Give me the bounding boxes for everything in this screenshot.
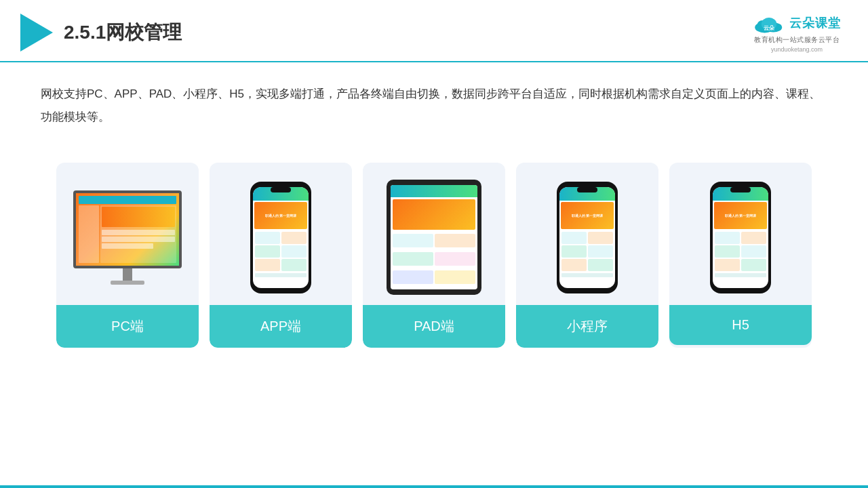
app-phone-mockup: 职通人的 第一堂网课 — [250, 182, 311, 293]
mini-banner-text: 职通人的 第一堂网课 — [572, 214, 603, 218]
h5-image-area: 职通人的 第一堂网课 — [669, 163, 812, 305]
monitor-stand — [123, 268, 132, 281]
pad-image-area — [363, 163, 505, 305]
description-text: 网校支持PC、APP、PAD、小程序、H5，实现多端打通，产品各终端自由切换，数… — [0, 62, 868, 136]
pc-card: PC端 — [56, 163, 199, 348]
header-left: 2.5.1网校管理 — [20, 14, 182, 52]
brand-url: yunduoketang.com — [771, 46, 823, 53]
page-title: 2.5.1网校管理 — [64, 20, 182, 45]
page-header: 2.5.1网校管理 云朵 云朵课堂 教育机构一站式服务云平台 yunduoket… — [0, 0, 868, 62]
pc-image-area — [56, 163, 199, 305]
h5-label: H5 — [669, 305, 812, 345]
app-phone-screen: 职通人的 第一堂网课 — [253, 187, 309, 288]
cards-container: PC端 职通人的 第一堂网课 — [0, 142, 868, 361]
app-phone-notch — [271, 187, 291, 192]
pc-label: PC端 — [56, 305, 199, 348]
mini-phone-notch — [577, 187, 597, 192]
pad-tablet-mockup — [387, 180, 481, 295]
tablet-body — [387, 180, 481, 295]
pc-monitor — [73, 190, 182, 285]
h5-phone-body: 职通人的 第一堂网课 — [710, 182, 771, 293]
mini-phone-body: 职通人的 第一堂网课 — [557, 182, 618, 293]
svg-text:云朵: 云朵 — [764, 25, 775, 31]
h5-phone-screen: 职通人的 第一堂网课 — [713, 187, 768, 288]
h5-phone-notch — [730, 187, 751, 192]
h5-banner-text: 职通人的 第一堂网课 — [725, 214, 756, 218]
app-banner-text: 职通人的 第一堂网课 — [265, 214, 296, 218]
cloud-icon: 云朵 — [753, 12, 785, 34]
logo-triangle-icon — [20, 14, 53, 52]
h5-phone-mockup: 职通人的 第一堂网课 — [710, 182, 771, 293]
monitor-screen — [73, 190, 182, 268]
brand-name: 云朵课堂 — [789, 15, 841, 31]
monitor-base — [111, 281, 144, 285]
pad-label: PAD端 — [363, 305, 505, 348]
h5-card: 职通人的 第一堂网课 H5 — [669, 163, 812, 348]
miniprogram-label: 小程序 — [516, 305, 658, 348]
app-card: 职通人的 第一堂网课 APP端 — [210, 163, 352, 348]
brand-logo: 云朵 云朵课堂 — [753, 12, 841, 34]
app-phone-body: 职通人的 第一堂网课 — [250, 182, 311, 293]
miniprogram-card: 职通人的 第一堂网课 小程序 — [516, 163, 658, 348]
miniprogram-image-area: 职通人的 第一堂网课 — [516, 163, 658, 305]
header-right: 云朵 云朵课堂 教育机构一站式服务云平台 yunduoketang.com — [753, 12, 841, 53]
app-image-area: 职通人的 第一堂网课 — [210, 163, 352, 305]
pad-card: PAD端 — [363, 163, 505, 348]
tablet-screen — [391, 185, 477, 289]
mini-phone-screen: 职通人的 第一堂网课 — [559, 187, 615, 288]
app-label: APP端 — [210, 305, 352, 348]
brand-sub: 教育机构一站式服务云平台 — [754, 35, 840, 45]
mini-phone-mockup: 职通人的 第一堂网课 — [557, 182, 618, 293]
bottom-line — [0, 485, 868, 488]
